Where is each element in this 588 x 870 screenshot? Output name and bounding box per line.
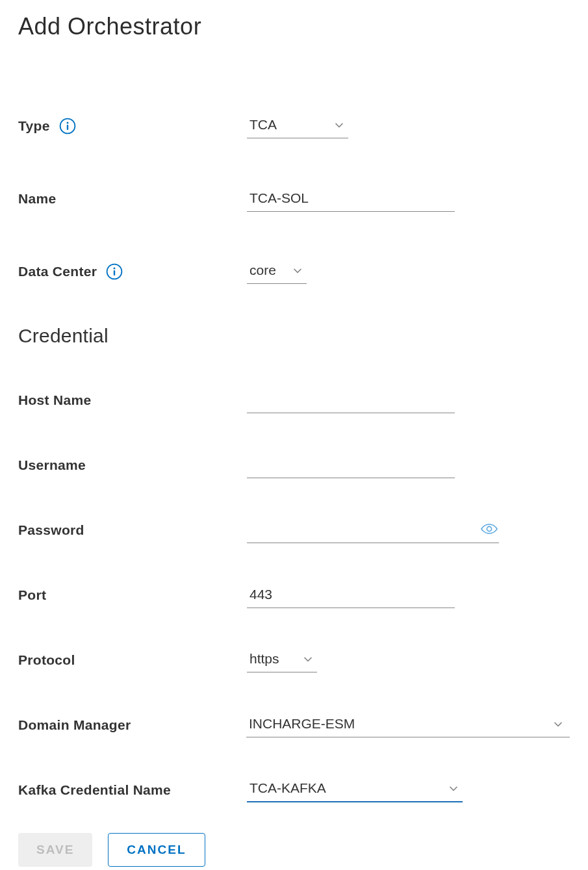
username-label: Username (18, 457, 86, 473)
cancel-button[interactable]: CANCEL (108, 833, 205, 867)
svg-point-4 (114, 268, 116, 270)
datacenter-label: Data Center (18, 264, 97, 279)
port-input[interactable] (247, 583, 455, 608)
chevron-down-icon (292, 265, 303, 275)
row-datacenter: Data Center core (18, 257, 570, 286)
datacenter-select[interactable]: core (247, 260, 307, 284)
username-input[interactable] (247, 453, 455, 478)
row-port: Port (18, 581, 570, 609)
type-select[interactable]: TCA (247, 114, 348, 138)
datacenter-value: core (249, 262, 276, 278)
password-input[interactable] (247, 518, 479, 543)
eye-icon[interactable] (479, 521, 499, 537)
type-value: TCA (249, 117, 277, 133)
chevron-down-icon (334, 120, 344, 130)
row-domain-manager: Domain Manager INCHARGE-ESM (18, 711, 570, 739)
protocol-select[interactable]: https (247, 648, 317, 672)
domain-manager-value: INCHARGE-ESM (249, 716, 355, 732)
svg-rect-2 (66, 125, 68, 130)
row-name: Name (18, 185, 570, 213)
kafka-value: TCA-KAFKA (249, 780, 326, 796)
type-label: Type (18, 118, 50, 134)
credential-heading: Credential (18, 325, 570, 347)
page-title: Add Orchestrator (18, 13, 570, 40)
chevron-down-icon (448, 783, 459, 793)
name-input[interactable] (247, 186, 455, 212)
row-type: Type TCA (18, 112, 570, 140)
kafka-label: Kafka Credential Name (18, 782, 171, 798)
protocol-label: Protocol (18, 652, 75, 668)
button-row: SAVE CANCEL (18, 833, 570, 867)
row-password: Password (18, 516, 570, 544)
info-icon[interactable] (106, 263, 123, 280)
password-label: Password (18, 522, 84, 538)
domain-manager-select[interactable]: INCHARGE-ESM (246, 713, 570, 737)
protocol-value: https (249, 651, 279, 667)
row-hostname: Host Name (18, 386, 570, 415)
row-username: Username (18, 451, 570, 480)
hostname-input[interactable] (247, 388, 455, 413)
chevron-down-icon (553, 719, 563, 729)
name-label: Name (18, 191, 56, 207)
svg-point-6 (487, 526, 491, 531)
hostname-label: Host Name (18, 392, 91, 408)
svg-point-1 (66, 122, 68, 124)
domain-manager-label: Domain Manager (18, 717, 131, 733)
info-icon[interactable] (59, 118, 76, 134)
svg-rect-5 (114, 270, 115, 275)
save-button[interactable]: SAVE (18, 833, 92, 867)
row-kafka: Kafka Credential Name TCA-KAFKA (18, 776, 570, 804)
port-label: Port (18, 587, 46, 603)
chevron-down-icon (303, 654, 313, 664)
kafka-select[interactable]: TCA-KAFKA (247, 778, 463, 802)
row-protocol: Protocol https (18, 646, 570, 674)
